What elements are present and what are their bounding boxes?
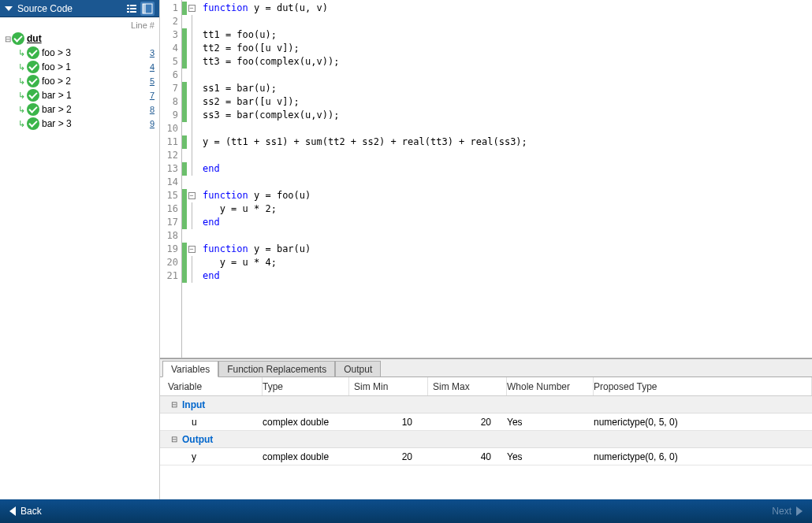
tab-variables[interactable]: Variables: [162, 361, 218, 377]
collapse-icon: [5, 6, 13, 11]
tree-item-label: bar > 1: [42, 90, 72, 101]
col-whole-number[interactable]: Whole Number: [507, 377, 594, 395]
check-icon: [27, 103, 39, 116]
check-icon: [12, 32, 24, 45]
svg-rect-3: [130, 8, 136, 9]
tree-header: Line #: [0, 17, 159, 32]
svg-rect-0: [127, 5, 129, 6]
arrow-into-icon: ↳: [16, 48, 27, 58]
check-icon: [27, 89, 39, 102]
tree-root-label: dut: [27, 33, 42, 44]
arrow-left-icon: [9, 506, 16, 516]
tree: ⊟ dut ↳foo > 33↳foo > 14↳foo > 25↳bar > …: [0, 32, 159, 135]
tree-item[interactable]: ↳bar > 28: [0, 102, 159, 117]
col-variable[interactable]: Variable: [160, 377, 263, 395]
col-sim-min[interactable]: Sim Min: [349, 377, 428, 395]
back-button[interactable]: Back: [9, 506, 42, 517]
arrow-into-icon: ↳: [16, 76, 27, 87]
code-area[interactable]: 123456789101112131415161718192021 −−− fu…: [160, 0, 812, 358]
sidebar-title: Source Code: [17, 3, 123, 14]
editor-pane: 123456789101112131415161718192021 −−− fu…: [160, 0, 812, 499]
tree-item-line[interactable]: 4: [150, 62, 155, 72]
tab-function-replacements[interactable]: Function Replacements: [218, 361, 335, 376]
svg-rect-1: [130, 5, 136, 6]
col-sim-max[interactable]: Sim Max: [428, 377, 507, 395]
table-row[interactable]: u complex double 10 20 Yes numerictype(0…: [160, 414, 812, 431]
arrow-into-icon: ↳: [16, 105, 27, 115]
bottom-panel: Variables Function Replacements Output V…: [160, 358, 812, 499]
tab-output[interactable]: Output: [335, 361, 381, 376]
sidebar-header[interactable]: Source Code: [0, 0, 159, 17]
expand-icon[interactable]: ⊟: [3, 35, 12, 43]
tree-item-label: bar > 2: [42, 104, 72, 115]
tree-item-line[interactable]: 8: [150, 105, 155, 114]
footer: Back Next: [0, 499, 812, 523]
tree-item-label: bar > 3: [42, 118, 72, 129]
col-type[interactable]: Type: [263, 377, 349, 395]
tree-item-label: foo > 3: [42, 47, 71, 58]
group-output[interactable]: ⊟Output: [160, 431, 812, 448]
tree-view-icon[interactable]: [140, 2, 155, 16]
check-icon: [27, 61, 39, 73]
check-icon: [27, 117, 39, 130]
tree-item[interactable]: ↳foo > 14: [0, 60, 159, 74]
tree-item-label: foo > 2: [42, 76, 71, 87]
fold-strip[interactable]: −−−: [187, 0, 196, 358]
tabs: Variables Function Replacements Output: [160, 359, 812, 377]
sidebar: Source Code Line # ⊟ dut ↳foo > 33↳foo >…: [0, 0, 160, 499]
table-row[interactable]: y complex double 20 40 Yes numerictype(0…: [160, 448, 812, 466]
arrow-into-icon: ↳: [16, 62, 27, 72]
tree-item-label: foo > 1: [42, 61, 71, 72]
tree-item-line[interactable]: 5: [150, 76, 155, 86]
svg-rect-7: [143, 4, 146, 13]
line-gutter: 123456789101112131415161718192021: [160, 0, 182, 358]
col-proposed-type[interactable]: Proposed Type: [594, 377, 812, 395]
check-icon: [27, 46, 39, 59]
next-button[interactable]: Next: [772, 506, 803, 517]
svg-rect-5: [130, 11, 136, 13]
group-input[interactable]: ⊟Input: [160, 396, 812, 414]
table-header: Variable Type Sim Min Sim Max Whole Numb…: [160, 377, 812, 396]
list-view-icon[interactable]: [125, 2, 139, 16]
tree-item[interactable]: ↳foo > 33: [0, 46, 159, 60]
tree-item-line[interactable]: 9: [150, 119, 155, 128]
arrow-into-icon: ↳: [16, 119, 27, 129]
arrow-into-icon: ↳: [16, 91, 27, 101]
code-text[interactable]: function y = dut(u, v)tt1 = foo(u);tt2 =…: [196, 0, 812, 358]
tree-item[interactable]: ↳bar > 17: [0, 88, 159, 102]
svg-rect-2: [127, 8, 129, 9]
tree-item[interactable]: ↳bar > 39: [0, 117, 159, 131]
tree-item[interactable]: ↳foo > 25: [0, 74, 159, 88]
svg-rect-4: [127, 11, 129, 13]
arrow-right-icon: [796, 506, 803, 516]
tree-root[interactable]: ⊟ dut: [0, 32, 159, 46]
tree-item-line[interactable]: 7: [150, 91, 155, 100]
check-icon: [27, 75, 39, 87]
tree-item-line[interactable]: 3: [150, 48, 155, 57]
variables-table: Variable Type Sim Min Sim Max Whole Numb…: [160, 377, 812, 499]
